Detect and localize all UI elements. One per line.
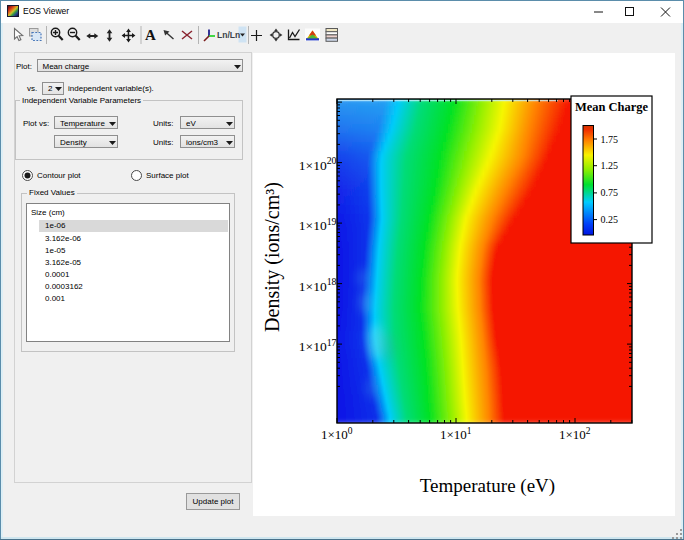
svg-text:Ln/Ln: Ln/Ln [217, 30, 240, 40]
svg-text:0.25: 0.25 [601, 214, 619, 225]
svg-text:0.75: 0.75 [601, 187, 619, 198]
svg-text:A: A [145, 27, 156, 43]
svg-text:Mean Charge: Mean Charge [575, 100, 649, 114]
svg-text:1.25: 1.25 [601, 160, 619, 171]
svg-text:Temperature (eV): Temperature (eV) [420, 475, 555, 497]
svg-text:1.75: 1.75 [601, 134, 619, 145]
svg-text:Density (ions/cm³): Density (ions/cm³) [261, 182, 284, 332]
